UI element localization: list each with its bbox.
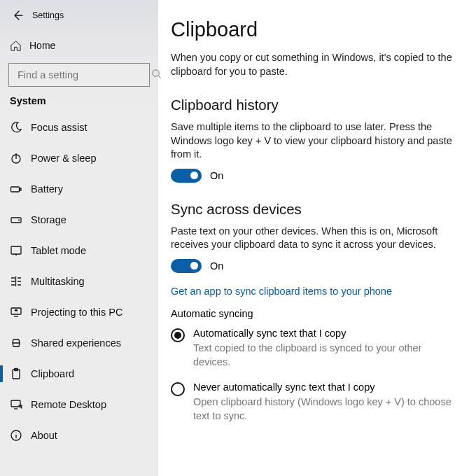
history-toggle[interactable] [171, 169, 202, 183]
sidebar-item-label: About [31, 430, 57, 441]
radio-label: Automatically sync text that I copy [193, 328, 456, 339]
sidebar-item-about[interactable]: About [0, 420, 158, 451]
radio-button[interactable] [171, 382, 185, 396]
tablet-icon [10, 244, 31, 257]
sidebar-item-shared-experiences[interactable]: Shared experiences [0, 328, 158, 358]
svg-rect-6 [11, 246, 21, 254]
radio-body: Never automatically sync text that I cop… [193, 382, 456, 423]
page-title: Clipboard [171, 18, 456, 41]
sidebar-item-battery[interactable]: Battery [0, 174, 158, 204]
content-pane: Clipboard When you copy or cut something… [158, 0, 476, 476]
sidebar-item-multitasking[interactable]: Multitasking [0, 266, 158, 297]
section-clipboard-history: Clipboard history [171, 97, 456, 113]
sidebar-item-label: Multitasking [31, 276, 85, 287]
battery-icon [10, 183, 31, 195]
history-desc: Save multiple items to the clipboard to … [171, 120, 456, 162]
radio-body: Automatically sync text that I copy Text… [193, 328, 456, 369]
sidebar-item-label: Power & sleep [31, 153, 97, 164]
sync-desc: Paste text on your other devices. When t… [171, 225, 456, 252]
arrow-left-icon [12, 10, 23, 21]
multitasking-icon [10, 275, 31, 288]
sidebar-item-label: Tablet mode [31, 245, 86, 256]
power-icon [10, 152, 31, 164]
storage-icon [10, 214, 31, 226]
radio-label: Never automatically sync text that I cop… [193, 382, 456, 393]
sidebar-item-remote-desktop[interactable]: Remote Desktop [0, 389, 158, 420]
radio-never-sync[interactable]: Never automatically sync text that I cop… [171, 382, 456, 423]
sync-toggle-label: On [210, 260, 223, 272]
section-sync-devices: Sync across devices [171, 201, 456, 218]
svg-rect-3 [20, 188, 21, 190]
sidebar-item-tablet-mode[interactable]: Tablet mode [0, 235, 158, 266]
sidebar-item-home[interactable]: Home [0, 32, 158, 59]
sidebar-item-power-sleep[interactable]: Power & sleep [0, 143, 158, 174]
sidebar-group-system: System [0, 95, 158, 112]
info-icon [10, 429, 31, 442]
sidebar-item-label: Focus assist [31, 122, 88, 133]
sync-toggle[interactable] [171, 259, 202, 273]
sidebar-item-label: Clipboard [31, 368, 74, 379]
sidebar-item-clipboard[interactable]: Clipboard [0, 358, 158, 389]
sidebar-item-label: Projecting to this PC [31, 307, 122, 318]
auto-sync-heading: Automatic syncing [171, 308, 456, 319]
page-intro: When you copy or cut something in Window… [171, 51, 456, 78]
history-toggle-row: On [171, 169, 456, 183]
settings-window: Settings Home System Focus assist Power … [0, 0, 476, 476]
radio-button[interactable] [171, 328, 185, 342]
search-box[interactable] [8, 63, 150, 87]
moon-icon [10, 121, 31, 134]
sidebar: Settings Home System Focus assist Power … [0, 0, 158, 476]
remote-desktop-icon [10, 398, 31, 411]
shared-icon [10, 337, 31, 349]
back-button[interactable] [3, 6, 32, 25]
window-title: Settings [32, 10, 64, 20]
radio-sub: Text copied to the clipboard is synced t… [193, 342, 456, 369]
sidebar-item-label: Shared experiences [31, 337, 121, 349]
radio-sub: Open clipboard history (Windows logo key… [193, 396, 456, 423]
sidebar-nav: Focus assist Power & sleep Battery Stora… [0, 112, 158, 451]
svg-point-12 [15, 433, 16, 433]
sync-toggle-row: On [171, 259, 456, 273]
sidebar-item-label: Battery [31, 183, 63, 195]
sidebar-item-label: Home [29, 40, 55, 51]
sidebar-item-projecting[interactable]: Projecting to this PC [0, 297, 158, 328]
home-icon [10, 40, 29, 52]
history-toggle-label: On [210, 170, 223, 181]
sidebar-item-storage[interactable]: Storage [0, 204, 158, 235]
radio-auto-sync[interactable]: Automatically sync text that I copy Text… [171, 328, 456, 369]
svg-rect-2 [11, 187, 20, 192]
sidebar-item-focus-assist[interactable]: Focus assist [0, 112, 158, 143]
projecting-icon [10, 306, 31, 318]
sync-app-link[interactable]: Get an app to sync clipboard items to yo… [171, 286, 392, 297]
sidebar-item-label: Storage [31, 214, 66, 225]
search-input[interactable] [16, 69, 151, 81]
sidebar-item-label: Remote Desktop [31, 399, 106, 410]
titlebar: Settings [0, 4, 158, 32]
svg-point-5 [18, 220, 20, 221]
clipboard-icon [10, 368, 31, 380]
